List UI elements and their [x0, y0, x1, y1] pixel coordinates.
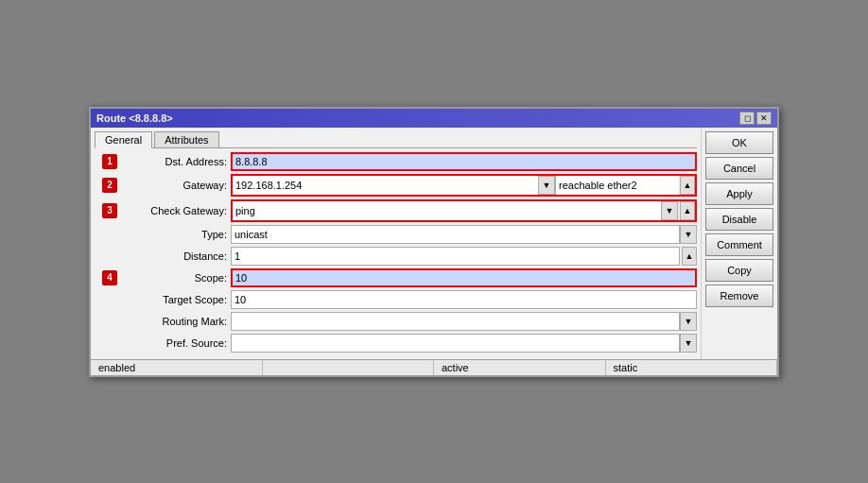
scope-row: 4 Scope:	[123, 268, 697, 287]
type-dropdown-btn[interactable]: ▼	[680, 225, 697, 244]
sidebar: OK Cancel Apply Disable Comment Copy Rem…	[702, 128, 777, 359]
routing-mark-row: Routing Mark: ▼	[123, 312, 697, 331]
pref-source-dropdown-btn[interactable]: ▼	[680, 334, 697, 353]
scope-label: Scope:	[123, 272, 227, 284]
pref-source-input[interactable]	[231, 334, 680, 353]
badge-4: 4	[102, 270, 117, 285]
comment-button[interactable]: Comment	[705, 233, 773, 256]
routing-mark-input[interactable]	[231, 312, 680, 331]
disable-button[interactable]: Disable	[705, 208, 773, 231]
distance-up-btn[interactable]: ▲	[682, 247, 697, 266]
badge-3: 3	[102, 203, 117, 218]
pref-source-row: Pref. Source: ▼	[123, 334, 697, 353]
tab-bar: General Attributes	[95, 131, 697, 148]
check-gateway-dropdown-btn[interactable]: ▼	[661, 201, 678, 220]
window-title: Route <8.8.8.8>	[96, 112, 173, 124]
restore-button[interactable]: ◻	[739, 112, 755, 125]
routing-mark-label: Routing Mark:	[123, 316, 227, 327]
tab-general[interactable]: General	[95, 131, 152, 148]
gateway-label: Gateway:	[123, 180, 227, 191]
title-bar-buttons: ◻ ✕	[739, 112, 772, 125]
check-gateway-input[interactable]	[233, 201, 661, 220]
target-scope-row: Target Scope:	[123, 290, 697, 309]
reachable-input[interactable]	[555, 176, 678, 195]
dst-address-row: 1 Dst. Address:	[123, 152, 697, 171]
title-bar: Route <8.8.8.8> ◻ ✕	[91, 109, 777, 128]
routing-mark-dropdown-btn[interactable]: ▼	[680, 312, 697, 331]
distance-input[interactable]	[231, 247, 680, 266]
window-body: General Attributes 1 Dst. Address: 2 Gat…	[91, 128, 777, 359]
badge-1: 1	[102, 154, 117, 169]
status-active: active	[434, 360, 606, 375]
badge-2: 2	[102, 178, 117, 193]
target-scope-label: Target Scope:	[123, 294, 227, 305]
status-enabled: enabled	[91, 360, 263, 375]
tab-attributes[interactable]: Attributes	[154, 131, 218, 147]
reachable-up-btn[interactable]: ▲	[680, 176, 695, 195]
main-window: Route <8.8.8.8> ◻ ✕ General Attributes 1	[89, 107, 779, 377]
status-bar: enabled active static	[91, 359, 777, 375]
main-area: General Attributes 1 Dst. Address: 2 Gat…	[91, 128, 702, 359]
distance-label: Distance:	[123, 250, 227, 262]
close-button[interactable]: ✕	[756, 112, 772, 125]
cancel-button[interactable]: Cancel	[705, 157, 773, 180]
type-label: Type:	[123, 229, 227, 240]
type-input[interactable]	[231, 225, 680, 244]
type-row: Type: ▼	[123, 225, 697, 244]
copy-button[interactable]: Copy	[705, 259, 773, 282]
target-scope-input[interactable]	[231, 290, 697, 309]
distance-row: Distance: ▲	[123, 247, 697, 266]
apply-button[interactable]: Apply	[705, 182, 773, 205]
remove-button[interactable]: Remove	[705, 285, 773, 307]
gateway-input[interactable]	[233, 176, 538, 195]
pref-source-label: Pref. Source:	[123, 337, 227, 349]
dst-address-input[interactable]	[231, 152, 697, 171]
status-static: static	[606, 360, 778, 375]
check-gateway-row: 3 Check Gateway: ▼ ▲	[123, 199, 697, 222]
check-gateway-label: Check Gateway:	[123, 205, 227, 216]
form-area: 1 Dst. Address: 2 Gateway: ▼ ▲	[95, 152, 697, 353]
dst-address-label: Dst. Address:	[123, 156, 227, 167]
ok-button[interactable]: OK	[705, 131, 773, 154]
gateway-row: 2 Gateway: ▼ ▲	[123, 174, 697, 197]
gateway-dropdown-btn[interactable]: ▼	[538, 176, 555, 195]
scope-input[interactable]	[231, 268, 697, 287]
status-empty	[263, 360, 435, 375]
check-gateway-up-btn[interactable]: ▲	[680, 201, 695, 220]
